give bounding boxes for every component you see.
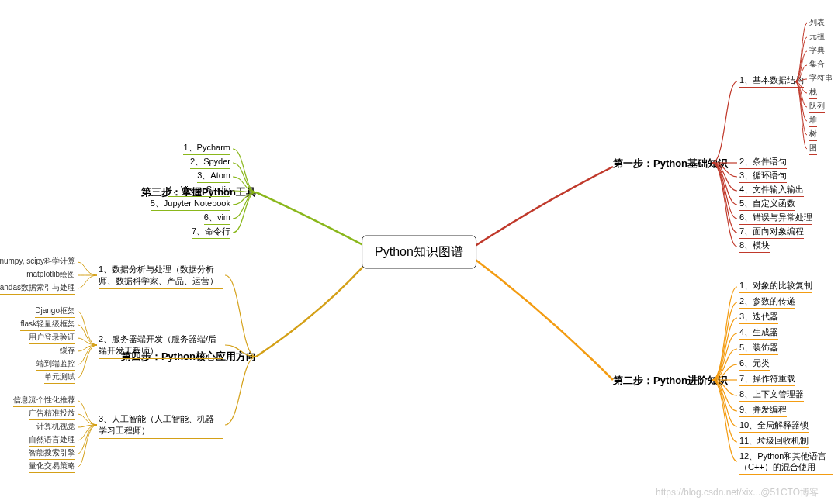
center-node: Python知识图谱: [362, 236, 476, 269]
